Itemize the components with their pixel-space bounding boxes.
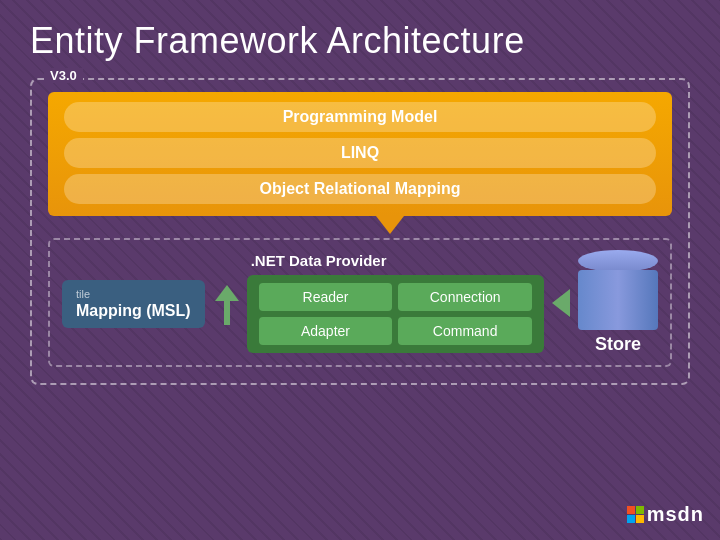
store-cylinder: [578, 250, 658, 330]
arrow-up-icon: [215, 285, 239, 301]
net-provider-title: .NET Data Provider: [247, 252, 544, 269]
msdn-sq4: [636, 515, 644, 523]
page-title: Entity Framework Architecture: [30, 20, 690, 62]
msdn-sq1: [627, 506, 635, 514]
cylinder-top: [578, 250, 658, 272]
provider-cell-command: Command: [398, 317, 532, 345]
page-container: Entity Framework Architecture V3.0 Progr…: [0, 0, 720, 540]
net-provider-box: Reader Connection Adapter Command: [247, 275, 544, 353]
provider-cell-reader: Reader: [259, 283, 393, 311]
orange-region: Programming Model LINQ Object Relational…: [48, 92, 672, 216]
linq-pill: LINQ: [64, 138, 656, 168]
msdn-sq3: [627, 515, 635, 523]
version-label: V3.0: [44, 68, 83, 83]
mapping-msl-label: Mapping (MSL): [76, 302, 191, 319]
store-container: Store: [578, 250, 658, 355]
inner-dashed-box: tile Mapping (MSL) .NET Data Provider Re…: [48, 238, 672, 367]
outer-dashed-box: V3.0 Programming Model LINQ Object Relat…: [30, 78, 690, 385]
arrow-up-container: [215, 285, 239, 325]
mapping-msl-box: tile Mapping (MSL): [62, 280, 205, 328]
cylinder-body: [578, 270, 658, 330]
orm-pill: Object Relational Mapping: [64, 174, 656, 204]
programming-model-pill: Programming Model: [64, 102, 656, 132]
msdn-squares-icon: [627, 506, 644, 523]
arrow-down-icon: [376, 216, 404, 234]
provider-cell-connection: Connection: [398, 283, 532, 311]
arrow-up-stem: [224, 301, 230, 325]
net-provider-container: .NET Data Provider Reader Connection Ada…: [247, 252, 544, 353]
provider-cell-adapter: Adapter: [259, 317, 393, 345]
msdn-text: msdn: [647, 503, 704, 526]
provider-grid: Reader Connection Adapter Command: [259, 283, 532, 345]
msdn-logo: msdn: [627, 503, 704, 526]
tile-label: tile: [76, 288, 191, 300]
store-label: Store: [595, 334, 641, 355]
msdn-sq2: [636, 506, 644, 514]
arrow-left-icon: [552, 289, 570, 317]
